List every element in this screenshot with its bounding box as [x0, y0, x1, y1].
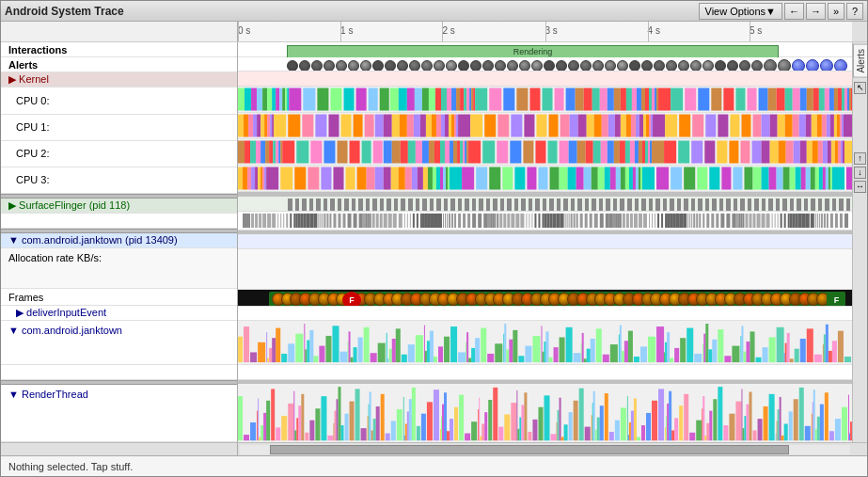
svg-rect-38	[489, 88, 501, 111]
svg-rect-521	[827, 213, 829, 227]
svg-rect-91	[257, 115, 260, 137]
cpu3-data[interactable]	[238, 166, 852, 192]
svg-rect-274	[357, 167, 367, 190]
svg-rect-668	[294, 431, 296, 441]
svg-rect-456	[615, 213, 616, 227]
svg-rect-256	[843, 141, 844, 164]
svg-rect-441	[565, 213, 566, 227]
svg-rect-661	[263, 413, 266, 440]
svg-rect-178	[269, 141, 273, 164]
svg-rect-271	[321, 167, 331, 190]
svg-rect-422	[497, 213, 498, 227]
cpu1-chart	[238, 113, 852, 138]
svg-rect-407	[449, 213, 450, 227]
svg-rect-769	[671, 431, 674, 441]
svg-rect-365	[309, 213, 313, 227]
cpu1-data[interactable]	[238, 113, 852, 139]
hscroll-track[interactable]	[240, 445, 850, 454]
cpu0-data[interactable]	[238, 87, 852, 113]
svg-rect-373	[333, 213, 336, 227]
svg-rect-265	[262, 167, 264, 190]
nav-back-button[interactable]: ←	[784, 3, 804, 20]
hscroll-thumb[interactable]	[270, 445, 789, 454]
deliver-input-label[interactable]: ▶ deliverInputEvent	[1, 306, 238, 321]
zoom-tool[interactable]: ↔	[854, 181, 866, 193]
alerts-data[interactable]	[238, 57, 852, 72]
svg-rect-505	[778, 213, 779, 227]
janktown-label[interactable]: ▼ com.android.janktown (pid 13409)	[1, 233, 238, 248]
app-title: Android System Trace	[5, 5, 124, 18]
svg-rect-140	[636, 115, 639, 137]
svg-rect-320	[697, 167, 707, 190]
interactions-data[interactable]: Rendering	[238, 42, 852, 57]
svg-rect-695	[397, 409, 402, 440]
svg-rect-181	[278, 141, 280, 164]
svg-rect-675	[321, 396, 326, 440]
svg-rect-642	[790, 359, 794, 363]
svg-rect-397	[420, 213, 422, 227]
svg-rect-491	[735, 213, 736, 227]
render-thread-data[interactable]	[238, 384, 852, 442]
alerts-sidebar-tab[interactable]: Alerts	[853, 44, 867, 78]
svg-rect-100	[315, 115, 326, 137]
svg-rect-238	[729, 141, 738, 164]
svg-rect-194	[408, 141, 416, 164]
svg-rect-158	[785, 115, 793, 137]
com-janktown-label[interactable]: ▼ com.android.janktown	[1, 321, 238, 364]
svg-rect-720	[484, 412, 487, 440]
svg-rect-775	[702, 409, 702, 441]
render-thread-label[interactable]: ▼ RenderThread	[1, 385, 238, 442]
svg-rect-684	[355, 390, 360, 441]
svg-rect-160	[799, 115, 806, 137]
svg-rect-462	[630, 213, 633, 227]
com-janktown-data[interactable]	[238, 321, 852, 365]
svg-rect-395	[413, 213, 415, 227]
alloc-data[interactable]	[238, 249, 852, 291]
svg-rect-607	[622, 351, 624, 362]
svg-rect-135	[608, 115, 615, 137]
svg-rect-745	[592, 415, 592, 440]
horizontal-scrollbar[interactable]	[1, 442, 867, 455]
tick-2s: 2 s	[442, 25, 454, 36]
svg-rect-163	[817, 115, 822, 137]
svg-rect-414	[478, 213, 481, 227]
svg-rect-613	[656, 326, 664, 362]
kernel-section-label[interactable]: ▶ Kernel	[1, 72, 238, 87]
svg-rect-580	[503, 334, 504, 362]
nav-forward-button[interactable]: →	[806, 3, 826, 20]
svg-rect-479	[689, 213, 690, 227]
svg-rect-2	[251, 88, 257, 111]
move-up-tool[interactable]: ↑	[854, 152, 866, 165]
svg-rect-304	[592, 167, 598, 190]
svg-rect-702	[417, 426, 420, 440]
svg-rect-672	[305, 433, 308, 440]
alerts-text: Alerts	[8, 59, 38, 71]
svg-rect-130	[570, 115, 578, 137]
surface-flinger-label[interactable]: ▶ SurfaceFlinger (pid 118)	[1, 199, 238, 214]
svg-rect-754	[621, 408, 626, 441]
svg-rect-124	[497, 115, 509, 137]
svg-rect-341	[832, 167, 844, 190]
view-options-button[interactable]: View Options▼	[699, 3, 783, 20]
svg-rect-673	[309, 421, 314, 441]
svg-rect-264	[260, 167, 262, 190]
cpu3-label: CPU 3:	[1, 167, 238, 194]
svg-rect-749	[597, 418, 600, 441]
svg-rect-756	[628, 435, 629, 440]
svg-rect-650	[829, 351, 832, 362]
svg-rect-68	[747, 88, 756, 111]
cpu2-data[interactable]	[238, 139, 852, 166]
svg-rect-164	[822, 115, 827, 137]
move-down-tool[interactable]: ↓	[854, 167, 866, 179]
main-content: 0 s 1 s 2 s 3 s 4 s 5 s	[1, 22, 867, 455]
svg-rect-685	[361, 428, 367, 440]
svg-rect-212	[523, 141, 533, 164]
svg-rect-766	[666, 416, 667, 440]
frames-data[interactable]: F F	[238, 290, 852, 306]
svg-rect-242	[770, 141, 779, 164]
svg-rect-791	[758, 419, 763, 440]
cursor-tool[interactable]: ↖	[854, 82, 866, 94]
nav-expand-button[interactable]: »	[828, 3, 844, 20]
svg-rect-309	[621, 167, 625, 190]
help-button[interactable]: ?	[846, 3, 863, 20]
